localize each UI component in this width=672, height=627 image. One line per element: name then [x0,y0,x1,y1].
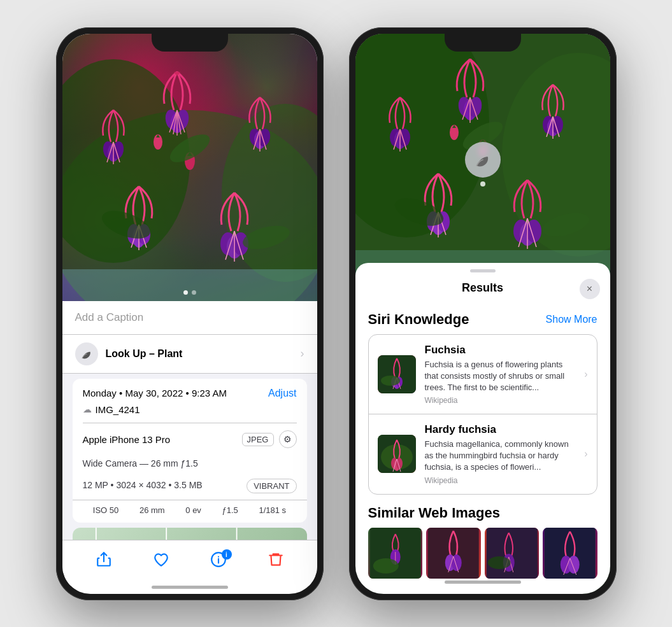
hardy-fuchsia-item[interactable]: Hardy fuchsia Fuchsia magellanica, commo… [369,414,597,494]
aperture-spec: ƒ1.5 [222,505,238,515]
fuchsia-chevron: › [584,369,587,380]
web-images-grid [368,528,597,579]
sheet-close-button[interactable]: × [580,279,600,299]
fuchsia-thumb [378,355,416,393]
map-area[interactable] [73,528,307,540]
right-phone-screen: Results × Siri Knowledge Show More [355,34,610,594]
delete-button[interactable] [268,551,284,568]
format-badge: JPEG [242,433,274,446]
web-image-2[interactable] [426,528,481,579]
knowledge-card: Fuchsia Fuchsia is a genus of flowering … [368,334,597,495]
phones-container: Add a Caption Look Up – Plant [56,27,617,600]
flower-image [62,34,317,301]
hardy-fuchsia-desc: Fuchsia magellanica, commonly known as t… [425,439,573,474]
fuchsia-source: Wikipedia [425,396,573,405]
lens-spec: Wide Camera — 26 mm ƒ1.5 [83,458,297,468]
share-button[interactable] [96,551,112,568]
caption-area[interactable]: Add a Caption [62,301,317,335]
hardy-fuchsia-source: Wikipedia [425,476,573,485]
photo-area[interactable] [62,34,317,301]
lookup-chevron: › [301,347,304,360]
fuchsia-desc: Fuchsia is a genus of flowering plants t… [425,359,573,394]
resolution-spec: 12 MP • 3024 × 4032 • 3.5 MB [83,480,203,490]
web-image-3[interactable] [485,528,540,579]
hardy-thumb-img [378,435,416,473]
sheet-title: Results [462,281,503,295]
filename-row: ☁ IMG_4241 [73,403,307,423]
visual-intelligence-button[interactable] [465,142,501,178]
hardy-fuchsia-thumb [378,435,416,473]
svg-point-87 [381,376,400,386]
svg-rect-40 [62,269,317,301]
similar-web-images-section: Similar Web Images [368,505,597,579]
lookup-label: Look Up – [106,348,155,359]
fuchsia-item[interactable]: Fuchsia Fuchsia is a genus of flowering … [369,335,597,414]
toolbar: i [62,540,317,586]
lookup-text: Look Up – Plant [106,348,183,360]
info-badge: i [222,549,232,560]
map-overlay [73,528,307,540]
right-photo-area: Results × Siri Knowledge Show More [355,34,610,594]
web-image-4[interactable] [543,528,597,579]
adjust-button[interactable]: Adjust [268,388,296,399]
filename: IMG_4241 [96,404,140,415]
favorite-button[interactable] [153,551,169,568]
date-info: Monday • May 30, 2022 • 9:23 AM [83,388,227,398]
leaf-icon [80,348,93,360]
cloud-icon: ☁ [83,404,92,414]
info-panel: Add a Caption Look Up – Plant [62,301,317,540]
similar-web-title: Similar Web Images [368,505,597,521]
right-screen: Results × Siri Knowledge Show More [355,34,610,594]
siri-knowledge-title: Siri Knowledge [368,311,469,328]
lookup-row[interactable]: Look Up – Plant › [62,335,317,374]
left-phone: Add a Caption Look Up – Plant [56,27,324,600]
left-phone-screen: Add a Caption Look Up – Plant [62,34,317,594]
fuchsia-info: Fuchsia Fuchsia is a genus of flowering … [425,344,573,405]
right-notch [445,34,521,52]
home-indicator [152,586,228,589]
vibrant-badge: VIBRANT [247,479,296,493]
metadata-section: Monday • May 30, 2022 • 9:23 AM Adjust ☁… [73,379,307,523]
fuchsia-title: Fuchsia [425,344,573,356]
vi-dot [480,181,485,187]
siri-knowledge-header: Siri Knowledge Show More [368,311,597,328]
web-image-1[interactable] [368,528,423,579]
camera-settings-icon[interactable]: ⚙ [279,430,297,448]
camera-row: Apple iPhone 13 Pro JPEG ⚙ [73,423,307,456]
date-text: Monday • May 30, 2022 • 9:23 AM [83,388,227,398]
ev-spec: 0 ev [185,505,201,515]
dot-2 [192,290,196,295]
photo-dots [183,290,196,295]
focal-spec: 26 mm [139,505,165,515]
svg-rect-99 [428,528,479,579]
hardy-fuchsia-title: Hardy fuchsia [425,423,573,436]
exif-row: ISO 50 26 mm 0 ev ƒ1.5 1/181 s [73,500,307,523]
notch [152,34,228,52]
right-home-indicator [445,581,521,584]
left-screen: Add a Caption Look Up – Plant [62,34,317,594]
shutter-spec: 1/181 s [259,505,286,515]
camera-model: Apple iPhone 13 Pro [83,434,171,445]
right-phone: Results × Siri Knowledge Show More [349,27,617,600]
camera-badges: JPEG ⚙ [242,430,297,448]
hardy-fuchsia-info: Hardy fuchsia Fuchsia magellanica, commo… [425,423,573,485]
show-more-button[interactable]: Show More [546,314,597,325]
sheet-header: Results × [355,272,610,301]
tech-specs: Wide Camera — 26 mm ƒ1.5 [73,456,307,477]
results-sheet: Results × Siri Knowledge Show More [355,263,610,594]
svg-point-108 [487,556,510,569]
info-button[interactable]: i [210,551,227,568]
iso-spec: ISO 50 [93,505,118,515]
sheet-content: Siri Knowledge Show More [355,301,610,581]
svg-point-98 [373,558,398,574]
dot-1 [183,290,188,295]
hardy-chevron: › [584,448,587,460]
lookup-subject: Plant [157,348,182,359]
lookup-icon-circle [75,342,98,365]
close-icon: × [587,283,592,295]
fuchsia-thumb-img [378,355,416,393]
vi-leaf-icon [474,151,492,169]
caption-placeholder: Add a Caption [75,311,144,323]
date-row: Monday • May 30, 2022 • 9:23 AM Adjust [73,379,307,403]
